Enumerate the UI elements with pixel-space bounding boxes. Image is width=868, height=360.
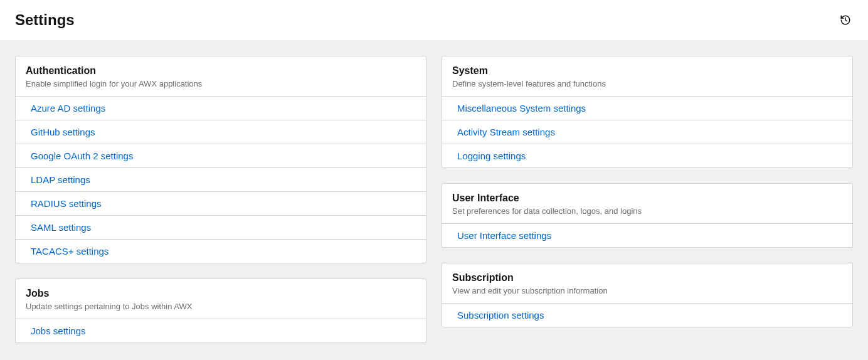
card-header: System Define system-level features and … bbox=[442, 56, 852, 96]
page-title: Settings bbox=[15, 11, 75, 29]
jobs-card: Jobs Update settings pertaining to Jobs … bbox=[15, 278, 426, 343]
card-header: Authentication Enable simplified login f… bbox=[16, 56, 426, 96]
card-title: System bbox=[452, 65, 842, 77]
logging-settings-link[interactable]: Logging settings bbox=[442, 144, 852, 167]
card-header: Jobs Update settings pertaining to Jobs … bbox=[16, 279, 426, 319]
history-icon bbox=[840, 14, 851, 26]
card-title: Authentication bbox=[26, 65, 416, 77]
subscription-card: Subscription View and edit your subscrip… bbox=[442, 263, 853, 327]
activity-stream-settings-link[interactable]: Activity Stream settings bbox=[442, 120, 852, 144]
saml-settings-link[interactable]: SAML settings bbox=[16, 215, 426, 239]
misc-system-settings-link[interactable]: Miscellaneous System settings bbox=[442, 96, 852, 120]
card-description: View and edit your subscription informat… bbox=[452, 286, 842, 295]
card-title: User Interface bbox=[452, 193, 842, 204]
user-interface-card: User Interface Set preferences for data … bbox=[442, 183, 853, 248]
settings-content: Authentication Enable simplified login f… bbox=[0, 41, 868, 358]
card-title: Jobs bbox=[26, 288, 416, 299]
card-description: Set preferences for data collection, log… bbox=[452, 206, 842, 216]
page-header: Settings bbox=[0, 0, 868, 41]
github-settings-link[interactable]: GitHub settings bbox=[16, 120, 426, 144]
right-column: System Define system-level features and … bbox=[442, 56, 853, 343]
subscription-settings-link[interactable]: Subscription settings bbox=[442, 303, 852, 327]
jobs-settings-link[interactable]: Jobs settings bbox=[16, 319, 426, 342]
card-description: Enable simplified login for your AWX app… bbox=[26, 79, 416, 88]
radius-settings-link[interactable]: RADIUS settings bbox=[16, 191, 426, 215]
left-column: Authentication Enable simplified login f… bbox=[15, 56, 426, 343]
system-card: System Define system-level features and … bbox=[442, 56, 853, 168]
card-description: Update settings pertaining to Jobs withi… bbox=[26, 302, 416, 311]
card-header: Subscription View and edit your subscrip… bbox=[442, 263, 852, 303]
card-header: User Interface Set preferences for data … bbox=[442, 184, 852, 223]
card-title: Subscription bbox=[452, 272, 842, 283]
activity-stream-button[interactable] bbox=[838, 13, 853, 28]
user-interface-settings-link[interactable]: User Interface settings bbox=[442, 223, 852, 247]
ldap-settings-link[interactable]: LDAP settings bbox=[16, 167, 426, 191]
authentication-card: Authentication Enable simplified login f… bbox=[15, 56, 426, 263]
tacacs-plus-settings-link[interactable]: TACACS+ settings bbox=[16, 239, 426, 263]
card-description: Define system-level features and functio… bbox=[452, 79, 842, 88]
azure-ad-settings-link[interactable]: Azure AD settings bbox=[16, 96, 426, 120]
google-oauth2-settings-link[interactable]: Google OAuth 2 settings bbox=[16, 144, 426, 167]
